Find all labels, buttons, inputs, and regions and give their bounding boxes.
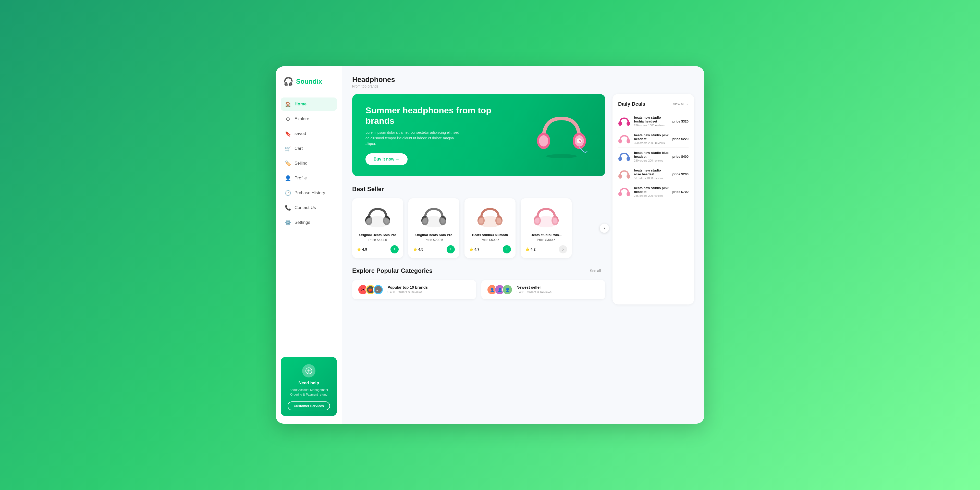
deals-view-all[interactable]: View all → xyxy=(673,102,689,106)
see-all-categories[interactable]: See all → xyxy=(590,269,605,273)
banner-title: Summer headphones from top brands xyxy=(366,105,493,126)
app-container: 🎧 Soundix 🏠 Home ⊙ Explore 🔖 saved 🛒 Car… xyxy=(275,66,704,424)
sidebar-label-explore: Explore xyxy=(294,116,309,121)
product-image-3 xyxy=(476,204,504,229)
deal-meta-5: 246 orders 200 reviews xyxy=(634,194,669,197)
deal-item-3: beats new studio blue headset 280 orders… xyxy=(618,148,689,165)
categories-header: Explore Popular Categories See all → xyxy=(352,267,605,274)
product-card-4: Beats studio3 win... Price $300.5 ⭐ 4.2 … xyxy=(520,198,572,258)
categories-section: Explore Popular Categories See all → S 🍎 xyxy=(352,267,605,299)
deal-meta-3: 280 orders 200 reviews xyxy=(634,159,669,162)
deal-info-2: beats new studio pink headset 350 orders… xyxy=(634,133,669,145)
saved-icon: 🔖 xyxy=(285,130,291,137)
deal-image-5 xyxy=(618,186,630,197)
products-row: Original Beats Solo Pro Price $444.5 ⭐ 4… xyxy=(352,198,605,258)
svg-point-19 xyxy=(422,216,446,228)
product-card-3: Beats studio3 blutooth Price $500.5 ⭐ 4.… xyxy=(465,198,515,258)
add-to-cart-2[interactable]: + xyxy=(447,245,455,253)
svg-text:👤: 👤 xyxy=(498,288,502,292)
product-card-2: Original Beats Solo Pro Price $200.5 ⭐ 4… xyxy=(408,198,460,258)
product-image-2 xyxy=(420,204,448,229)
svg-point-24 xyxy=(478,216,502,228)
logo: 🎧 Soundix xyxy=(281,76,337,86)
help-title: Need help xyxy=(286,380,332,386)
deal-name-5: beats new studio pink headset xyxy=(634,186,669,194)
deal-meta-2: 350 orders 2000 reviews xyxy=(634,142,669,145)
sidebar-item-contact-us[interactable]: 📞 Contact Us xyxy=(281,201,337,215)
deal-image-2 xyxy=(618,133,630,145)
product-name-3: Beats studio3 blutooth xyxy=(472,233,508,237)
svg-point-4 xyxy=(539,135,548,146)
product-footer-1: ⭐ 4.9 + xyxy=(357,245,399,253)
product-name-4: Beats studio3 win... xyxy=(531,233,562,237)
deal-image-4 xyxy=(618,169,630,180)
sidebar-item-settings[interactable]: ⚙️ Settings xyxy=(281,216,337,229)
deal-item-5: beats new studio pink headset 246 orders… xyxy=(618,183,689,200)
content-area: Summer headphones from top brands Lorem … xyxy=(352,94,694,304)
cart-icon: 🛒 xyxy=(285,145,291,151)
cat-avatar-3: G xyxy=(373,285,383,295)
sidebar-item-cart[interactable]: 🛒 Cart xyxy=(281,142,337,155)
deal-meta-4: 56 orders 1000 reviews xyxy=(634,177,669,180)
sidebar-item-selling[interactable]: 🏷️ Selling xyxy=(281,157,337,170)
sidebar-item-saved[interactable]: 🔖 saved xyxy=(281,127,337,140)
svg-point-43 xyxy=(627,139,630,143)
best-seller-section: Best Seller xyxy=(352,186,605,258)
sidebar-label-history: Prchase History xyxy=(294,190,325,196)
banner-image: b xyxy=(531,110,592,161)
selling-icon: 🏷️ xyxy=(285,160,291,166)
product-name-2: Original Beats Solo Pro xyxy=(415,233,452,237)
cat-avatar-6: 👤 xyxy=(502,285,512,295)
deal-name-4: beats new studio rose headset xyxy=(634,169,669,176)
sidebar: 🎧 Soundix 🏠 Home ⊙ Explore 🔖 saved 🛒 Car… xyxy=(275,66,342,424)
sidebar-item-explore[interactable]: ⊙ Explore xyxy=(281,112,337,126)
svg-point-29 xyxy=(534,216,558,228)
svg-point-40 xyxy=(618,121,622,126)
deal-meta-1: 256 orders 1000 reviews xyxy=(634,124,669,127)
sidebar-label-settings: Settings xyxy=(294,220,310,225)
main-content: Headphones From top brands Summer headph… xyxy=(342,66,704,424)
logo-icon: 🎧 xyxy=(283,76,293,86)
add-to-cart-3[interactable]: + xyxy=(503,245,511,253)
product-price-3: Price $500.5 xyxy=(481,238,500,242)
page-header: Headphones From top brands xyxy=(352,76,694,88)
svg-text:👤: 👤 xyxy=(490,288,495,292)
customer-services-button[interactable]: Customer Services xyxy=(288,401,330,410)
sidebar-nav: 🏠 Home ⊙ Explore 🔖 saved 🛒 Cart 🏷️ Selli… xyxy=(281,97,337,352)
svg-point-45 xyxy=(627,156,630,161)
svg-point-46 xyxy=(618,174,622,179)
category-desc-2: 5.400+ Orders & Reviews xyxy=(517,290,600,294)
page-title: Headphones xyxy=(352,76,694,84)
deal-price-5: price $700 xyxy=(672,190,689,194)
add-to-cart-4[interactable]: › xyxy=(559,245,567,253)
category-card-2[interactable]: 👤 👤 👤 Newest seller xyxy=(481,280,605,299)
product-footer-3: ⭐ 4.7 + xyxy=(469,245,511,253)
add-to-cart-1[interactable]: + xyxy=(390,245,399,253)
svg-point-47 xyxy=(627,174,630,179)
deal-info-5: beats new studio pink headset 246 orders… xyxy=(634,186,669,197)
product-footer-2: ⭐ 4.5 + xyxy=(413,245,455,253)
help-card: Need help About Account Management Order… xyxy=(281,357,337,416)
category-card-1[interactable]: S 🍎 G Popular top 10 brands 5.400 xyxy=(352,280,476,299)
banner-description: Lorem ipsum dolor sit amet, consectetur … xyxy=(366,130,463,147)
product-name-1: Original Beats Solo Pro xyxy=(359,233,396,237)
sidebar-item-home[interactable]: 🏠 Home xyxy=(281,97,337,111)
sidebar-item-profile[interactable]: 👤 Profile xyxy=(281,172,337,185)
svg-point-14 xyxy=(366,216,390,228)
product-price-2: Price $200.5 xyxy=(425,238,443,242)
product-price-4: Price $300.5 xyxy=(537,238,555,242)
sidebar-label-cart: Cart xyxy=(294,146,303,151)
page-subtitle: From top brands xyxy=(352,84,694,88)
svg-point-49 xyxy=(627,192,630,196)
deal-price-2: price $229 xyxy=(672,137,689,141)
sidebar-label-home: Home xyxy=(294,102,307,107)
deal-info-3: beats new studio blue headset 280 orders… xyxy=(634,151,669,162)
hero-headphone-svg: b xyxy=(533,111,590,159)
svg-point-41 xyxy=(627,121,630,126)
category-name-1: Popular top 10 brands xyxy=(387,285,471,290)
category-info-1: Popular top 10 brands 5.400+ Orders & Re… xyxy=(387,285,471,294)
buy-now-button[interactable]: Buy it now → xyxy=(366,153,407,165)
sidebar-item-purchase-history[interactable]: 🕐 Prchase History xyxy=(281,186,337,200)
deal-price-4: price $200 xyxy=(672,172,689,176)
products-next-button[interactable]: › xyxy=(600,224,609,233)
